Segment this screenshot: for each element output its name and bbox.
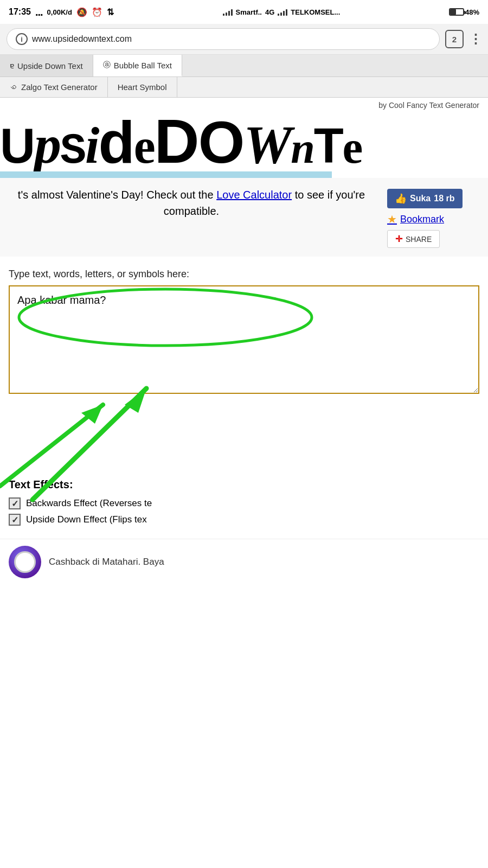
- site-logo: UpSideDOWnTe: [0, 112, 488, 171]
- signal-bars-1: [223, 8, 233, 16]
- input-label: Type text, words, letters, or symbols he…: [9, 267, 479, 281]
- nav-tab-zalgo[interactable]: ꩜ Zalgo Text Generator: [0, 77, 108, 97]
- backwards-checkbox[interactable]: [9, 497, 21, 509]
- data-speed: 0,00K/d: [47, 8, 72, 16]
- nav-tab-heart[interactable]: Heart Symbol: [108, 77, 177, 97]
- main-content: by Cool Fancy Text Generator UpSideDOWnT…: [0, 98, 488, 585]
- browser-address-bar: i www.upsidedowntext.com 2 ⋮: [0, 24, 488, 55]
- text-input[interactable]: Apa kabar mama?: [9, 285, 479, 394]
- tab-count-button[interactable]: 2: [445, 30, 464, 48]
- effect-item-upsidedown: Upside Down Effect (Flips tex: [9, 514, 479, 526]
- backwards-effect-label: Backwards Effect (Reverses te: [26, 498, 152, 509]
- like-count: 18 rb: [434, 194, 454, 203]
- bubble-ball-tab-icon: ⓐ: [103, 60, 111, 70]
- signal-bars-2: [278, 8, 287, 16]
- effect-item-backwards: Backwards Effect (Reverses te: [9, 497, 479, 509]
- bookmark-link[interactable]: ★ Bookmark: [387, 213, 444, 226]
- share-button[interactable]: ✛ SHARE: [387, 230, 440, 248]
- battery-percent: 48%: [465, 8, 479, 16]
- thumbs-up-icon: 👍: [395, 193, 407, 205]
- ad-text: Cashback di Matahari. Baya: [49, 557, 164, 567]
- address-field[interactable]: i www.upsidedowntext.com: [7, 28, 440, 50]
- browser-tabs: ɐ Upside Down Text ⓐ Bubble Ball Text: [0, 55, 488, 77]
- zalgo-icon: ꩜: [10, 82, 18, 92]
- url-text: www.upsidedowntext.com: [32, 34, 132, 44]
- valentine-text: t's almost Valentine's Day! Check out th…: [0, 187, 378, 219]
- social-buttons: 👍 Suka 18 rb ★ Bookmark ✛ SHARE: [387, 187, 479, 248]
- tab-bubble-ball-label: Bubble Ball Text: [114, 61, 172, 70]
- like-label: Suka: [410, 194, 431, 203]
- valentine-section: t's almost Valentine's Day! Check out th…: [0, 178, 488, 257]
- star-icon: ★: [387, 213, 397, 226]
- decorative-blue-bar: [0, 171, 332, 178]
- status-dots: ...: [35, 6, 43, 18]
- nav-tabs: ꩜ Zalgo Text Generator Heart Symbol: [0, 77, 488, 98]
- network-type: 4G: [265, 8, 274, 16]
- share-plus-icon: ✛: [395, 234, 402, 244]
- tab-bubble-ball[interactable]: ⓐ Bubble Ball Text: [93, 55, 182, 76]
- tab-upside-down[interactable]: ɐ Upside Down Text: [0, 55, 93, 76]
- battery-indicator: 48%: [449, 8, 479, 16]
- status-center: Smartf.. 4G TELKOMSEL...: [223, 8, 341, 16]
- love-calculator-link[interactable]: Love Calculator: [216, 189, 292, 201]
- text-effects-title: Text Effects:: [9, 478, 479, 491]
- bottom-ad: Cashback di Matahari. Baya: [0, 539, 488, 585]
- nav-tab-zalgo-label: Zalgo Text Generator: [21, 82, 98, 92]
- arrow-spacer: [0, 405, 488, 470]
- mute-icon: 🔕: [76, 7, 87, 17]
- carrier-1: Smartf..: [236, 8, 262, 16]
- tab-upside-down-label: Upside Down Text: [17, 61, 83, 71]
- nav-tab-heart-label: Heart Symbol: [118, 82, 167, 92]
- sync-icon: ⇅: [107, 7, 114, 17]
- info-icon: i: [16, 33, 28, 45]
- facebook-like-button[interactable]: 👍 Suka 18 rb: [387, 189, 463, 208]
- carrier-2: TELKOMSEL...: [291, 8, 340, 16]
- bookmark-label: Bookmark: [400, 214, 444, 225]
- valentine-text-before: t's almost Valentine's Day! Check out th…: [18, 189, 216, 201]
- input-section: Type text, words, letters, or symbols he…: [0, 257, 488, 405]
- share-label: SHARE: [406, 235, 432, 244]
- upsidedown-checkbox[interactable]: [9, 514, 21, 526]
- status-right: 48%: [449, 8, 479, 16]
- ad-icon-inner: [14, 551, 36, 573]
- status-bar: 17:35 ... 0,00K/d 🔕 ⏰ ⇅ Smartf.. 4G TELK…: [0, 0, 488, 24]
- browser-menu-button[interactable]: ⋮: [469, 31, 481, 47]
- alarm-icon: ⏰: [92, 7, 102, 17]
- status-time: 17:35: [9, 7, 31, 17]
- attribution: by Cool Fancy Text Generator: [0, 98, 488, 112]
- logo-text: UpSideDOWnTe: [0, 112, 362, 171]
- status-left: 17:35 ... 0,00K/d 🔕 ⏰ ⇅: [9, 6, 114, 18]
- upsidedown-effect-label: Upside Down Effect (Flips tex: [26, 514, 147, 525]
- ad-icon: [9, 546, 41, 578]
- upside-down-tab-icon: ɐ: [10, 61, 14, 70]
- text-effects-section: Text Effects: Backwards Effect (Reverses…: [0, 470, 488, 539]
